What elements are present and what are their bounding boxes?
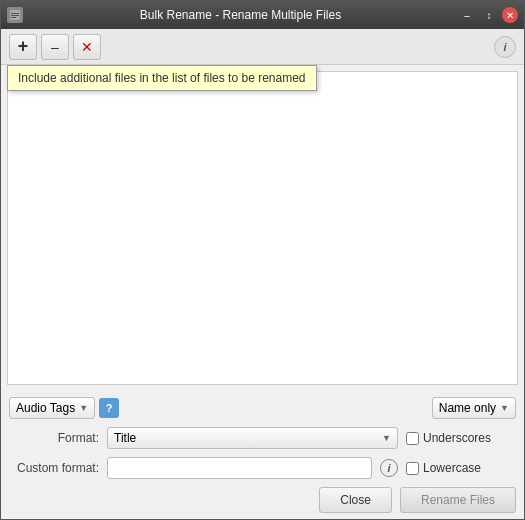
format-arrow: ▼: [382, 433, 391, 443]
remove-files-button[interactable]: –: [41, 34, 69, 60]
main-window: Bulk Rename - Rename Multiple Files – ↕ …: [0, 0, 525, 520]
audio-tags-select[interactable]: Audio Tags ▼: [9, 397, 95, 419]
format-label: Format:: [9, 431, 99, 445]
underscores-checkbox-label[interactable]: Underscores: [406, 431, 516, 445]
name-only-label: Name only: [439, 401, 496, 415]
close-window-button[interactable]: ✕: [502, 7, 518, 23]
name-only-arrow: ▼: [500, 403, 509, 413]
help-button[interactable]: ?: [99, 398, 119, 418]
title-bar: Bulk Rename - Rename Multiple Files – ↕ …: [1, 1, 524, 29]
window-icon: [7, 7, 23, 23]
lowercase-label: Lowercase: [423, 461, 481, 475]
checkbox-group: Underscores: [406, 431, 516, 445]
clear-icon: ✕: [81, 39, 93, 55]
format-value: Title: [114, 431, 136, 445]
svg-rect-2: [11, 15, 19, 16]
add-files-tooltip: Include additional files in the list of …: [7, 65, 317, 91]
minimize-button[interactable]: –: [458, 7, 476, 23]
lowercase-checkbox-label[interactable]: Lowercase: [406, 461, 516, 475]
custom-info-icon: i: [387, 462, 390, 474]
control-row-buttons: Close Rename Files: [9, 487, 516, 513]
title-bar-left: [7, 7, 23, 23]
custom-info-button[interactable]: i: [380, 459, 398, 477]
svg-rect-1: [11, 13, 19, 14]
bottom-controls: Audio Tags ▼ ? Name only ▼ Format: Title…: [1, 391, 524, 519]
title-bar-controls: – ↕ ✕: [458, 7, 518, 23]
lowercase-group: Lowercase: [406, 461, 516, 475]
minus-icon: –: [51, 39, 59, 55]
window-title: Bulk Rename - Rename Multiple Files: [23, 8, 458, 22]
control-row-custom: Custom format: i Lowercase: [9, 457, 516, 479]
format-select[interactable]: Title ▼: [107, 427, 398, 449]
svg-rect-3: [11, 17, 16, 18]
audio-tags-arrow: ▼: [79, 403, 88, 413]
restore-button[interactable]: ↕: [480, 7, 498, 23]
add-icon: +: [18, 36, 29, 57]
lowercase-checkbox[interactable]: [406, 462, 419, 475]
file-list[interactable]: [7, 71, 518, 385]
clear-files-button[interactable]: ✕: [73, 34, 101, 60]
toolbar: + – ✕ i Include additional files in the …: [1, 29, 524, 65]
audio-tags-label: Audio Tags: [16, 401, 75, 415]
close-button[interactable]: Close: [319, 487, 392, 513]
control-row-format: Format: Title ▼ Underscores: [9, 427, 516, 449]
name-only-select[interactable]: Name only ▼: [432, 397, 516, 419]
custom-format-input[interactable]: [107, 457, 372, 479]
control-row-audio-tags: Audio Tags ▼ ? Name only ▼: [9, 397, 516, 419]
underscores-label: Underscores: [423, 431, 491, 445]
rename-button[interactable]: Rename Files: [400, 487, 516, 513]
info-icon: i: [503, 41, 506, 53]
underscores-checkbox[interactable]: [406, 432, 419, 445]
toolbar-info-button[interactable]: i: [494, 36, 516, 58]
add-files-button[interactable]: +: [9, 34, 37, 60]
custom-format-label: Custom format:: [9, 461, 99, 475]
audio-tags-wrap: Audio Tags ▼ ?: [9, 397, 119, 419]
